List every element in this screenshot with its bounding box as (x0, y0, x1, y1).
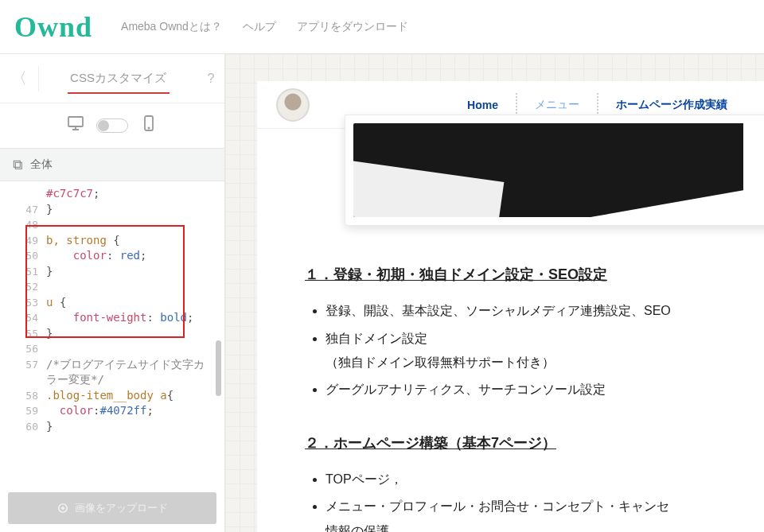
code-line[interactable]: 52 (0, 279, 224, 295)
upload-image-button[interactable]: 画像をアップロード (8, 492, 216, 524)
line-number: 49 (0, 233, 46, 249)
code-text[interactable]: color: red; (46, 248, 146, 264)
code-line[interactable]: 57/*ブログアイテムサイド文字カ (0, 357, 224, 373)
svg-rect-4 (15, 162, 21, 169)
line-number: 60 (0, 419, 46, 435)
layers-icon (11, 158, 24, 171)
list-item-text: 独自ドメイン設定 (325, 332, 427, 345)
code-text[interactable]: } (46, 264, 53, 280)
list-item: メニュー・プロフィール・お問合せ・コンセプト・キャンセ 情報の保護 (325, 495, 748, 532)
sidebar: 〈 CSSカスタマイズ ? 全体 #c7c7c7;47}4849b, stron… (0, 54, 225, 532)
line-number: 53 (0, 295, 46, 311)
code-line[interactable]: 58.blog-item__body a{ (0, 388, 224, 404)
code-text[interactable]: } (46, 326, 53, 342)
code-text[interactable]: .blog-item__body a{ (46, 388, 173, 404)
code-text[interactable]: ラー変更*/ (46, 372, 104, 388)
hero-image-card (345, 115, 764, 226)
section2-heading: ２．ホームページ構築（基本7ページ） (305, 429, 748, 456)
line-number: 51 (0, 264, 46, 280)
upload-label: 画像をアップロード (75, 501, 168, 515)
code-line[interactable]: 47} (0, 202, 224, 218)
panel-title-row[interactable]: 全体 (0, 148, 224, 181)
topnav-help[interactable]: ヘルプ (243, 20, 276, 34)
sidebar-title: CSSカスタマイズ (70, 71, 166, 84)
code-line[interactable]: ラー変更*/ (0, 372, 224, 388)
code-line[interactable]: #c7c7c7; (0, 186, 224, 202)
list-item-text: （独自ドメイン取得無料サポート付き） (325, 355, 555, 369)
top-header: Ownd Ameba Owndとは？ ヘルプ アプリをダウンロード (0, 0, 764, 54)
line-number: 50 (0, 248, 46, 264)
line-number: 47 (0, 202, 46, 218)
code-text[interactable]: } (46, 419, 53, 435)
section1-heading: １．登録・初期・独自ドメイン設定・SEO設定 (305, 261, 748, 288)
code-line[interactable]: 53u { (0, 295, 224, 311)
code-editor[interactable]: #c7c7c7;47}4849b, strong {50 color: red;… (0, 181, 224, 484)
annotation-underline (68, 92, 170, 94)
topnav-about[interactable]: Ameba Owndとは？ (121, 20, 222, 34)
help-button[interactable]: ? (197, 72, 224, 86)
svg-point-2 (148, 127, 149, 128)
code-line[interactable]: 60} (0, 419, 224, 435)
line-number: 57 (0, 357, 46, 373)
topnav-download[interactable]: アプリをダウンロード (297, 20, 408, 34)
line-number: 55 (0, 326, 46, 342)
line-number: 59 (0, 403, 46, 419)
preview-page: Home メニュー ホームページ作成実績 １．登録・初期・独自ドメイン設定・SE… (257, 81, 764, 532)
list-item: 登録、開設、基本設定、ソーシャルメディア連携設定、SEO (325, 299, 748, 323)
device-toggle[interactable] (96, 118, 128, 133)
list-item: TOPページ， (325, 468, 748, 491)
code-text[interactable]: b, strong { (46, 233, 120, 249)
preview-canvas: Home メニュー ホームページ作成実績 １．登録・初期・独自ドメイン設定・SE… (225, 54, 764, 532)
device-switcher (0, 103, 224, 148)
list-item: グーグルアナリティクス、サーチコンソール設定 (325, 378, 748, 402)
code-line[interactable]: 56 (0, 341, 224, 357)
page-content: １．登録・初期・独自ドメイン設定・SEO設定 登録、開設、基本設定、ソーシャルメ… (257, 240, 764, 532)
code-line[interactable]: 48 (0, 217, 224, 233)
code-line[interactable]: 50 color: red; (0, 248, 224, 264)
sidebar-header: 〈 CSSカスタマイズ ? (0, 54, 224, 103)
code-text[interactable]: color:#4072ff; (46, 403, 154, 419)
code-line[interactable]: 59 color:#4072ff; (0, 403, 224, 419)
line-number (0, 372, 46, 388)
list-item-text: 情報の保護 (325, 524, 389, 532)
code-line[interactable]: 49b, strong { (0, 233, 224, 249)
line-number: 52 (0, 279, 46, 295)
logo[interactable]: Ownd (14, 10, 92, 44)
avatar[interactable] (276, 88, 310, 122)
list-item-text: メニュー・プロフィール・お問合せ・コンセプト・キャンセ (325, 499, 669, 513)
top-nav: Ameba Owndとは？ ヘルプ アプリをダウンロード (121, 20, 408, 34)
line-number: 48 (0, 217, 46, 233)
panel-title-label: 全体 (30, 157, 53, 172)
mobile-icon[interactable] (139, 114, 158, 138)
scrollbar-thumb[interactable] (216, 340, 221, 396)
line-number: 58 (0, 388, 46, 404)
code-text[interactable]: #c7c7c7; (46, 186, 99, 202)
code-text[interactable]: } (46, 202, 53, 218)
line-number: 54 (0, 310, 46, 326)
code-line[interactable]: 55} (0, 326, 224, 342)
upload-icon (57, 503, 68, 514)
code-text[interactable]: /*ブログアイテムサイド文字カ (46, 357, 205, 373)
section1-list: 登録、開設、基本設定、ソーシャルメディア連携設定、SEO 独自ドメイン設定 （独… (305, 299, 748, 402)
line-number (0, 186, 46, 202)
svg-rect-0 (68, 117, 83, 126)
list-item: 独自ドメイン設定 （独自ドメイン取得無料サポート付き） (325, 327, 748, 375)
svg-rect-3 (14, 161, 20, 167)
back-button[interactable]: 〈 (0, 68, 38, 89)
line-number: 56 (0, 341, 46, 357)
code-text[interactable]: u { (46, 295, 66, 311)
section2-list: TOPページ， メニュー・プロフィール・お問合せ・コンセプト・キャンセ 情報の保… (305, 468, 748, 532)
code-line[interactable]: 54 font-weight: bold; (0, 310, 224, 326)
code-line[interactable]: 51} (0, 264, 224, 280)
code-text[interactable]: font-weight: bold; (46, 310, 193, 326)
desktop-icon[interactable] (66, 114, 85, 138)
